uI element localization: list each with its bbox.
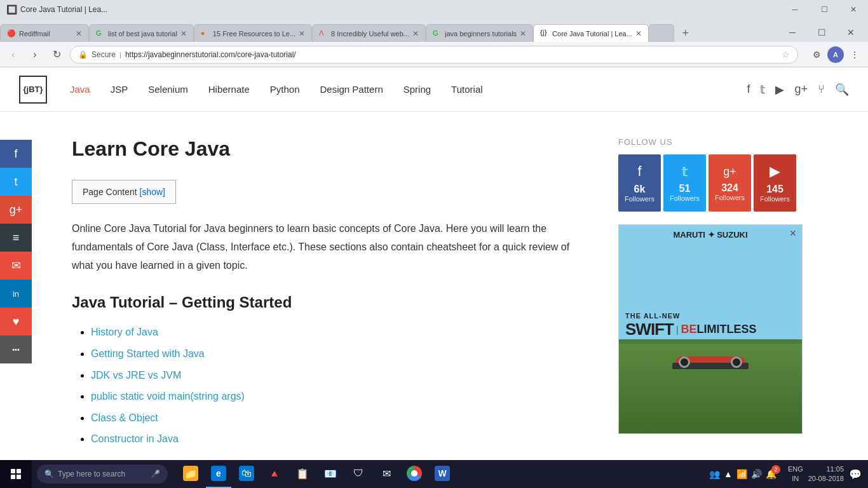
window-controls[interactable]: ─ ☐ ✕ bbox=[780, 0, 868, 19]
link-constructor[interactable]: Constructor in Java bbox=[91, 433, 179, 444]
googleplus-count: 324 bbox=[721, 182, 738, 194]
social-googleplus-btn[interactable]: g+ bbox=[0, 196, 32, 224]
taskbar-app-vlc[interactable]: 🔺 bbox=[262, 460, 287, 473]
social-buffer-btn[interactable]: ≡ bbox=[0, 224, 32, 252]
taskbar-app-mail[interactable]: ✉ bbox=[374, 460, 399, 473]
taskbar-time-display[interactable]: ENG IN 11:05 20-08-2018 💬 bbox=[782, 464, 868, 473]
taskbar-search-input[interactable] bbox=[58, 470, 147, 473]
link-psvm[interactable]: public static void main(string args) bbox=[91, 391, 245, 402]
maximize-button[interactable]: ☐ bbox=[810, 0, 839, 19]
tab-close-core-java[interactable]: ✕ bbox=[635, 29, 642, 38]
taskbar-app-word[interactable]: W bbox=[430, 460, 455, 473]
taskbar-search-icon: 🔍 bbox=[44, 470, 54, 473]
taskbar-app-office[interactable]: 📋 bbox=[290, 460, 315, 473]
follow-card-googleplus[interactable]: g+ 324 Followers bbox=[709, 154, 751, 212]
nav-tutorial[interactable]: Tutorial bbox=[441, 67, 492, 112]
address-box[interactable]: 🔒 Secure | https://javabeginnerstutorial… bbox=[70, 46, 798, 64]
people-icon[interactable]: 👥 bbox=[709, 469, 720, 473]
tab-15-free[interactable]: ● 15 Free Resources to Le... ✕ bbox=[194, 24, 312, 42]
tab-close-java-beginners[interactable]: ✕ bbox=[520, 29, 526, 38]
microphone-icon[interactable]: 🎤 bbox=[151, 470, 160, 473]
tab-java-list[interactable]: G list of best java tutorial ✕ bbox=[89, 24, 194, 42]
social-mail-btn[interactable]: ✉ bbox=[0, 252, 32, 280]
sidebar: FOLLOW US f 6k Followers 𝕥 51 Followers … bbox=[618, 137, 796, 460]
tab-rediffmail[interactable]: 🔴 Rediffmail ✕ bbox=[0, 24, 89, 42]
close-button[interactable]: ✕ bbox=[839, 0, 868, 19]
link-history-java[interactable]: History of Java bbox=[91, 327, 158, 337]
tab-favicon-rediffmail: 🔴 bbox=[7, 29, 16, 38]
office-icon: 📋 bbox=[295, 466, 310, 473]
window-title-bar: 🔲 Core Java Tutorial | Lea... ─ ☐ ✕ bbox=[0, 0, 868, 19]
header-facebook-icon[interactable]: f bbox=[747, 83, 750, 96]
notification-bell[interactable]: 🔔 2 bbox=[766, 469, 776, 473]
follow-card-facebook[interactable]: f 6k Followers bbox=[618, 154, 661, 212]
refresh-button[interactable]: ↻ bbox=[48, 46, 65, 63]
profile-button[interactable]: A bbox=[827, 46, 844, 63]
social-heart-btn[interactable]: ♥ bbox=[0, 308, 32, 336]
tab-close-8-useful[interactable]: ✕ bbox=[412, 29, 419, 38]
menu-button[interactable]: ⋮ bbox=[846, 46, 863, 63]
header-search-icon[interactable]: 🔍 bbox=[835, 83, 849, 97]
nav-design-pattern[interactable]: Design Pattern bbox=[310, 67, 393, 112]
social-twitter-btn[interactable]: t bbox=[0, 168, 32, 196]
forward-button[interactable]: › bbox=[27, 46, 43, 63]
outlook-icon: 📧 bbox=[323, 466, 338, 473]
site-logo[interactable]: {jBT} bbox=[19, 76, 47, 104]
header-youtube-icon[interactable]: ▶ bbox=[775, 83, 784, 97]
section-getting-started-title: Java Tutorial – Getting Started bbox=[72, 294, 593, 311]
browser-minimize[interactable]: ─ bbox=[778, 23, 807, 42]
link-getting-started[interactable]: Getting Started with Java bbox=[91, 348, 205, 359]
tab-close-rediffmail[interactable]: ✕ bbox=[76, 29, 82, 38]
taskbar-app-edge[interactable]: e bbox=[206, 460, 231, 473]
social-more-btn[interactable]: ••• bbox=[0, 336, 32, 363]
tab-title-java-list: list of best java tutorial bbox=[108, 30, 177, 37]
nav-java[interactable]: Java bbox=[60, 67, 100, 112]
header-googleplus-icon[interactable]: g+ bbox=[794, 83, 808, 96]
browser-close[interactable]: ✕ bbox=[836, 23, 865, 42]
sound-icon[interactable]: 🔊 bbox=[751, 469, 762, 473]
social-linkedin-btn[interactable]: in bbox=[0, 280, 32, 308]
ad-box[interactable]: MARUTI ✦ SUZUKI ✕ THE ALL-NEW SWIFT | BE… bbox=[618, 224, 803, 434]
taskbar-app-chrome[interactable]: ● bbox=[402, 460, 427, 473]
link-class-object[interactable]: Class & Object bbox=[91, 412, 158, 423]
nav-hibernate[interactable]: Hibernate bbox=[198, 67, 260, 112]
tab-core-java[interactable]: {j} Core Java Tutorial | Lea... ✕ bbox=[533, 24, 649, 42]
nav-python[interactable]: Python bbox=[260, 67, 310, 112]
tab-favicon-java-list: G bbox=[96, 29, 105, 38]
new-tab-button[interactable]: + bbox=[677, 24, 695, 42]
browser-maximize[interactable]: ☐ bbox=[807, 23, 836, 42]
start-button[interactable] bbox=[0, 460, 32, 473]
action-center-icon[interactable]: 💬 bbox=[849, 468, 862, 473]
toc-show-link[interactable]: [show] bbox=[140, 187, 165, 197]
follow-card-youtube[interactable]: ▶ 145 Followers bbox=[754, 154, 796, 212]
up-arrow-icon[interactable]: ▲ bbox=[724, 469, 733, 473]
tab-empty[interactable] bbox=[649, 24, 674, 42]
tab-close-15-free[interactable]: ✕ bbox=[299, 29, 305, 38]
follow-card-twitter[interactable]: 𝕥 51 Followers bbox=[663, 154, 706, 212]
url-text[interactable]: https://javabeginnerstutorial.com/core-j… bbox=[125, 50, 778, 59]
network-icon[interactable]: 📶 bbox=[736, 469, 747, 473]
tab-java-beginners[interactable]: G java beginners tutorials ✕ bbox=[426, 24, 533, 42]
separator: | bbox=[119, 51, 121, 58]
header-twitter-icon[interactable]: 𝕥 bbox=[760, 83, 765, 97]
malware-icon: 🛡 bbox=[351, 466, 366, 473]
tab-8-useful[interactable]: Λ 8 Incredibly Useful web... ✕ bbox=[312, 24, 426, 42]
link-jdk-jre-jvm[interactable]: JDK vs JRE vs JVM bbox=[91, 370, 181, 381]
nav-selenium[interactable]: Selenium bbox=[138, 67, 198, 112]
back-button[interactable]: ‹ bbox=[5, 46, 22, 63]
taskbar-search[interactable]: 🔍 🎤 bbox=[37, 464, 168, 473]
bookmark-icon[interactable]: ☆ bbox=[782, 50, 790, 60]
taskbar-app-store[interactable]: 🛍 bbox=[234, 460, 259, 473]
taskbar-app-file-explorer[interactable]: 📁 bbox=[178, 460, 203, 473]
extensions-button[interactable]: ⚙ bbox=[808, 46, 825, 63]
toc-label: Page Content bbox=[83, 187, 137, 197]
social-facebook-btn[interactable]: f bbox=[0, 140, 32, 168]
nav-spring[interactable]: Spring bbox=[393, 67, 441, 112]
ad-close-icon[interactable]: ✕ bbox=[789, 228, 797, 238]
taskbar-app-outlook[interactable]: 📧 bbox=[318, 460, 343, 473]
minimize-button[interactable]: ─ bbox=[780, 0, 810, 19]
taskbar-app-malware[interactable]: 🛡 bbox=[346, 460, 371, 473]
nav-jsp[interactable]: JSP bbox=[100, 67, 139, 112]
header-github-icon[interactable]: ⑂ bbox=[818, 83, 825, 96]
tab-close-java-list[interactable]: ✕ bbox=[180, 29, 187, 38]
